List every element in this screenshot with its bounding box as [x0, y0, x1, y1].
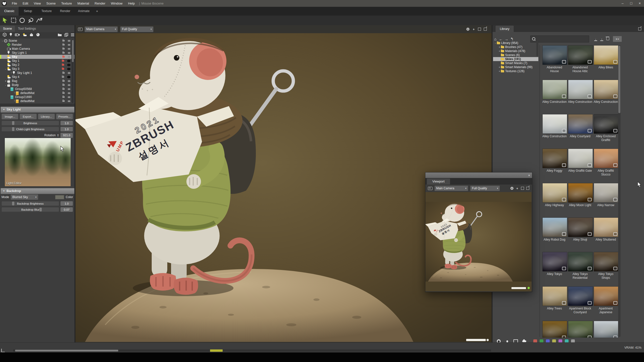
library-item-alley-tokyo-shops[interactable]: Alley Tokyo Shops: [594, 252, 618, 286]
slider-handle[interactable]: [12, 127, 14, 131]
slider-value[interactable]: 1.0: [60, 121, 73, 125]
visibility-icon[interactable]: [68, 56, 70, 58]
slider-handle[interactable]: [39, 208, 42, 211]
visibility-icon[interactable]: [67, 64, 70, 66]
slider-value[interactable]: 1.0: [60, 201, 73, 206]
minimize-button[interactable]: –: [618, 0, 627, 7]
library-item-alley-trees[interactable]: Alley Trees: [542, 286, 567, 321]
search-input[interactable]: [537, 36, 588, 42]
folder-materials-478[interactable]: +Materials (478): [493, 49, 538, 53]
close-button[interactable]: ×: [635, 0, 644, 7]
folder-smart-masks-7[interactable]: Smart Masks (7): [493, 61, 538, 65]
quality-select[interactable]: Full Quality ▾: [470, 186, 500, 191]
tree-row-main-camera[interactable]: Main Camera: [0, 47, 74, 51]
lock-icon[interactable]: [62, 100, 65, 102]
library-item-alley-shoji[interactable]: Alley Shoji: [568, 217, 592, 252]
lock-icon[interactable]: [62, 44, 65, 46]
expander-icon[interactable]: +: [498, 58, 501, 61]
tab-animate[interactable]: Animate: [74, 7, 93, 16]
floating-viewport-window[interactable]: × Viewport Main Camera ▾ Full Quality ▾ …: [425, 172, 532, 292]
backdrop-color-swatch[interactable]: [55, 195, 64, 199]
add-sky-icon[interactable]: [22, 33, 27, 38]
visibility-icon[interactable]: [68, 48, 70, 50]
tree-row-defaultmat[interactable]: └defaultMat: [0, 91, 74, 95]
folder-brushes-47[interactable]: +Brushes (47): [493, 45, 538, 49]
expander-icon[interactable]: +: [498, 46, 501, 49]
lock-icon[interactable]: [62, 60, 64, 62]
slider-track[interactable]: Brightness: [2, 121, 59, 125]
tab-viewport[interactable]: Viewport: [427, 178, 450, 185]
tab-scene[interactable]: Scene: [0, 26, 15, 32]
camera-select[interactable]: Main Camera ▾: [85, 26, 118, 32]
visibility-icon[interactable]: [67, 68, 70, 70]
tree-row-scene[interactable]: -Scene: [0, 39, 74, 43]
polygon-select-icon[interactable]: [36, 17, 43, 24]
library-item-alley-tokyo-residential[interactable]: Alley Tokyo Residential: [568, 252, 592, 286]
add-bag-icon[interactable]: [29, 33, 33, 38]
menu-view[interactable]: View: [31, 0, 44, 7]
library-button[interactable]: Library...: [38, 114, 55, 119]
folder-scrollbar[interactable]: [536, 41, 538, 56]
panel-splitter[interactable]: [0, 104, 74, 107]
lock-icon[interactable]: [62, 80, 65, 82]
library-item-apartment-block-courtyard[interactable]: Apartment Block Courtyard: [568, 286, 592, 321]
tree-row-sky[interactable]: Sky: [0, 55, 74, 59]
visibility-icon[interactable]: [68, 80, 70, 82]
tab-texture[interactable]: Texture: [37, 7, 56, 16]
slider-track[interactable]: Backdrop Blur: [2, 207, 59, 212]
forward-icon[interactable]: →: [504, 37, 509, 41]
viewport-settings-icon[interactable]: [466, 27, 470, 31]
select-tool-icon[interactable]: [2, 17, 9, 24]
lock-icon[interactable]: [62, 68, 64, 70]
add-material-icon[interactable]: [36, 33, 40, 38]
lock-icon[interactable]: [62, 84, 65, 86]
back-icon[interactable]: ←: [498, 37, 504, 41]
tree-row-defaultmat[interactable]: └defaultMat: [0, 99, 74, 103]
tab-library[interactable]: Library: [496, 26, 514, 32]
menu-render[interactable]: Render: [92, 0, 108, 7]
visibility-icon[interactable]: [68, 52, 70, 54]
lock-icon[interactable]: [62, 88, 65, 90]
floating-window-titlebar[interactable]: ×: [425, 172, 532, 178]
popout-icon[interactable]: [484, 27, 487, 31]
visibility-icon[interactable]: [68, 84, 70, 86]
tree-row-sky-light-1[interactable]: Sky Light 1: [0, 51, 74, 55]
image-button[interactable]: Image...: [2, 114, 18, 119]
new-folder-icon[interactable]: [58, 33, 62, 37]
slider-track[interactable]: Backdrop Brightness: [2, 201, 59, 206]
visibility-icon[interactable]: [68, 96, 70, 98]
slider-handle[interactable]: [12, 121, 14, 125]
timeline-playhead[interactable]: [210, 349, 223, 352]
library-item-alley-enclosed-graffiti[interactable]: Alley Enclosed Graffiti: [594, 114, 618, 149]
popout-icon[interactable]: [526, 187, 530, 190]
marquee-select-icon[interactable]: [10, 17, 17, 24]
camera-select[interactable]: Main Camera ▾: [434, 186, 468, 191]
tab-setup[interactable]: Setup: [19, 7, 37, 16]
folder-library-954[interactable]: -Library (954): [493, 41, 538, 45]
expander-icon[interactable]: +: [498, 66, 501, 69]
backdrop-section-header[interactable]: ▼ Backdrop: [1, 188, 74, 194]
library-item-alley-tokyo[interactable]: Alley Tokyo: [542, 252, 567, 286]
scene-tree-scrollbar[interactable]: [71, 39, 74, 103]
home-icon[interactable]: ⌂: [493, 37, 498, 41]
delete-icon[interactable]: [605, 37, 611, 41]
lasso-select-icon[interactable]: [27, 17, 34, 24]
duplicate-icon[interactable]: [64, 33, 68, 38]
library-item-abandoned-house-attic[interactable]: Abandoned House Attic: [568, 45, 592, 80]
tab-render[interactable]: Render: [56, 7, 74, 16]
expander-icon[interactable]: -: [4, 68, 7, 70]
library-item-alley-courtyard[interactable]: Alley Courtyard: [568, 114, 592, 149]
timeline-track[interactable]: [13, 349, 491, 352]
menu-texture[interactable]: Texture: [58, 0, 75, 7]
add-light-icon[interactable]: [9, 33, 12, 38]
folder-skies-191[interactable]: +Skies (191): [493, 57, 538, 61]
menu-window[interactable]: Window: [108, 0, 125, 7]
library-item-abandoned-house[interactable]: Abandoned House: [542, 45, 567, 80]
library-item[interactable]: [542, 321, 567, 338]
library-scrollbar[interactable]: [618, 45, 621, 337]
slider-value[interactable]: 1.0: [60, 127, 73, 131]
presets-button[interactable]: Presets...: [56, 114, 73, 119]
library-item[interactable]: [568, 321, 592, 338]
add-camera-icon[interactable]: [15, 33, 20, 38]
maximize-button[interactable]: □: [627, 0, 635, 7]
